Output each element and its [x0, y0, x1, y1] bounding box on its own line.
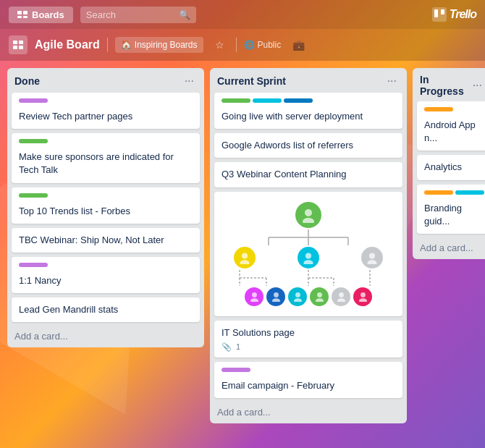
inspiring-icon: 🏠: [121, 40, 132, 50]
card-label-row: [19, 193, 193, 201]
svg-point-4: [303, 218, 314, 223]
list-progress-cards: Android App n... Analytics Branding guid…: [413, 101, 485, 238]
card-email-campaign[interactable]: Email campaign - February: [214, 362, 402, 398]
card-adwords[interactable]: Google Adwords list of referrers: [214, 133, 402, 158]
card-going-live[interactable]: Going live with server deployment: [214, 93, 402, 129]
svg-point-28: [272, 298, 280, 302]
card-org-chart[interactable]: [214, 192, 402, 316]
list-done-menu[interactable]: ···: [182, 74, 197, 88]
card-label-row: [19, 139, 193, 147]
card-label-row: [424, 190, 481, 198]
org-node-top: [295, 202, 321, 228]
board-content: Done ··· Review Tech partner pages Make …: [0, 61, 485, 448]
briefcase-icon: 💼: [292, 39, 305, 51]
svg-point-3: [305, 209, 312, 216]
card-title: 1:1 Nancy: [19, 274, 193, 287]
list-current-sprint: Current Sprint ··· Going live with serve…: [210, 68, 407, 423]
svg-point-35: [360, 292, 366, 297]
list-sprint-title: Current Sprint: [217, 75, 286, 87]
attachment-count: 1: [236, 342, 240, 351]
public-label: Public: [258, 40, 282, 50]
inspiring-label: Inspiring Boards: [135, 40, 198, 50]
star-button[interactable]: ☆: [211, 38, 229, 52]
org-node-bot1: [245, 287, 263, 306]
card-label-green: [222, 98, 250, 103]
card-label-row: [424, 107, 481, 115]
add-card-label: Add a card...: [14, 331, 68, 342]
card-sponsors[interactable]: Make sure sponsors are indicated for Tec…: [12, 133, 200, 182]
card-title: Make sure sponsors are indicated for Tec…: [19, 151, 193, 177]
card-label-teal: [455, 190, 484, 195]
header-divider: [107, 38, 108, 52]
org-node-bot5: [332, 287, 350, 306]
svg-point-11: [240, 260, 249, 264]
svg-point-33: [339, 292, 344, 297]
card-title: Q3 Webinar Content Planning: [222, 168, 395, 181]
card-branding[interactable]: Branding guid...: [417, 185, 485, 234]
svg-point-36: [359, 298, 367, 302]
card-title: TBC Webinar: Ship Now, Not Later: [19, 234, 193, 247]
board-header: Agile Board 🏠 Inspiring Boards ☆ 🌐 Publi…: [0, 29, 485, 61]
card-label-orange: [424, 107, 453, 111]
add-card-progress[interactable]: Add a card...: [413, 238, 485, 259]
search-icon: 🔍: [179, 9, 190, 20]
inspiring-boards-button[interactable]: 🏠 Inspiring Boards: [115, 37, 203, 53]
svg-point-14: [369, 253, 375, 258]
org-node-bot2: [266, 287, 285, 306]
card-label-blue: [284, 98, 313, 103]
card-label-row: [19, 263, 193, 271]
card-title: IT Solutions page: [222, 326, 395, 339]
header-divider2: [236, 38, 237, 52]
list-done-title: Done: [14, 75, 40, 87]
org-node-bot3: [288, 287, 307, 306]
card-android[interactable]: Android App n...: [417, 101, 485, 151]
list-sprint-menu[interactable]: ···: [384, 74, 400, 88]
card-mandrill[interactable]: Lead Gen Mandrill stats: [12, 297, 200, 322]
card-label-purple: [19, 263, 48, 267]
add-card-label: Add a card...: [217, 407, 271, 418]
svg-point-32: [316, 298, 324, 302]
card-it-solutions[interactable]: IT Solutions page 📎 1: [214, 321, 402, 358]
list-progress-menu[interactable]: ···: [470, 78, 485, 93]
card-title: Lead Gen Mandrill stats: [19, 303, 193, 316]
svg-point-15: [367, 260, 376, 264]
public-button[interactable]: 🌐 Public: [244, 40, 282, 50]
list-in-progress: In Progress ··· Android App n... Analyti…: [413, 68, 485, 259]
card-label-teal: [253, 98, 282, 103]
org-node-mid1: [234, 247, 256, 269]
org-lines-top: [243, 229, 374, 245]
card-label-orange: [424, 190, 453, 195]
attachment-icon: 📎: [222, 342, 232, 352]
add-card-sprint[interactable]: Add a card...: [210, 402, 407, 423]
svg-point-26: [250, 298, 258, 302]
org-node-mid2: [298, 247, 319, 269]
list-done: Done ··· Review Tech partner pages Make …: [7, 68, 204, 347]
card-label-green: [19, 193, 48, 198]
svg-point-25: [252, 292, 257, 297]
star-icon: ☆: [215, 39, 224, 51]
boards-button[interactable]: Boards: [9, 7, 73, 23]
menu-button[interactable]: 💼: [288, 38, 309, 52]
card-tbc[interactable]: TBC Webinar: Ship Now, Not Later: [12, 228, 200, 253]
trello-icon: [432, 7, 447, 22]
card-top10[interactable]: Top 10 Trends list - Forbes: [12, 187, 200, 224]
card-title: Google Adwords list of referrers: [222, 139, 395, 152]
globe-icon: 🌐: [244, 40, 255, 50]
card-review-tech[interactable]: Review Tech partner pages: [12, 93, 200, 129]
trello-label: Trello: [450, 8, 476, 21]
card-q3-webinar[interactable]: Q3 Webinar Content Planning: [214, 162, 402, 187]
board-icon: [9, 35, 28, 54]
card-analytics[interactable]: Analytics: [417, 155, 485, 179]
card-label-row: [19, 98, 193, 106]
card-nancy[interactable]: 1:1 Nancy: [12, 257, 200, 293]
card-label-row: [222, 368, 395, 376]
add-card-done[interactable]: Add a card...: [7, 326, 204, 347]
svg-point-12: [305, 253, 311, 258]
card-meta: 📎 1: [222, 342, 395, 352]
svg-point-13: [303, 260, 313, 264]
svg-point-30: [294, 298, 302, 302]
svg-rect-2: [441, 9, 444, 14]
list-sprint-cards: Going live with server deployment Google…: [210, 93, 407, 402]
org-node-bot6: [353, 287, 372, 306]
list-done-cards: Review Tech partner pages Make sure spon…: [7, 93, 204, 326]
